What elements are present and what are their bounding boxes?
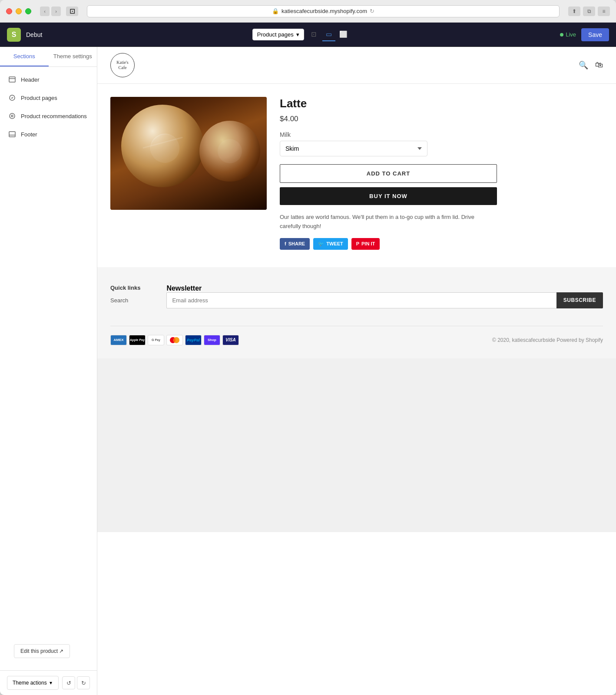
product-image-wrap [110,97,267,250]
lock-icon: 🔒 [272,8,279,14]
tab-theme-settings[interactable]: Theme settings [49,47,97,66]
url-text: katiescafecurbside.myshopify.com [282,8,367,14]
empty-space [97,358,616,532]
edit-product-button[interactable]: Edit this product ↗ [14,644,70,658]
product-title: Latte [280,97,603,110]
sidebar-footer: Theme actions ▾ ↺ ↻ [0,670,97,695]
undo-icon: ↺ [66,680,71,686]
close-button[interactable] [6,8,12,14]
svg-point-3 [10,113,15,119]
preview-frame: Katie's Cafe 🔍 🛍 [97,47,616,695]
product-option-label: Milk [280,131,603,138]
sidebar-tabs: Sections Theme settings [0,47,97,67]
theme-name: Debut [26,31,42,38]
tablet-view-icon[interactable]: ▭ [322,28,335,41]
social-buttons: f SHARE 🐦 TWEET P PIN IT [280,238,603,250]
pinterest-icon: P [356,241,359,246]
preview-area: Katie's Cafe 🔍 🛍 [97,47,616,695]
apple-pay-icon: Apple Pay [129,335,146,345]
app-layout: S Debut Product pages ▾ ⊡ ▭ ⬜ Live Save [0,23,616,695]
tab-sections[interactable]: Sections [0,47,49,66]
logo-text: Katie's Cafe [116,60,128,70]
product-image [110,97,267,210]
cart-icon[interactable]: 🛍 [595,60,603,70]
search-icon[interactable]: 🔍 [579,60,588,70]
svg-rect-5 [9,132,15,137]
page-selector-dropdown[interactable]: Product pages ▾ [252,29,304,40]
mobile-view-icon[interactable]: ⬜ [337,28,350,41]
store-header-icons: 🔍 🛍 [579,60,603,70]
app-topbar: S Debut Product pages ▾ ⊡ ▭ ⬜ Live Save [0,23,616,47]
sidebar-item-product-recommendations[interactable]: Product recommendations [0,107,97,125]
sidebar-toggle-button[interactable]: ≡ [598,7,610,16]
visa-icon: VISA [222,335,239,345]
footer-newsletter: Newsletter SUBSCRIBE [166,285,603,308]
sidebar-item-header[interactable]: Header [0,70,97,89]
svg-rect-0 [9,77,15,82]
amex-icon: AMEX [110,335,127,345]
live-badge: Live [560,31,576,38]
pinterest-share-button[interactable]: P PIN IT [351,238,380,250]
facebook-icon: f [285,241,286,246]
theme-actions-button[interactable]: Theme actions ▾ [7,676,59,690]
mastercard-icon [166,335,183,345]
facebook-share-button[interactable]: f SHARE [280,238,310,250]
address-bar[interactable]: 🔒 katiescafecurbside.myshopify.com ↻ [87,5,560,17]
sidebar-item-recommendations-label: Product recommendations [21,113,87,119]
store-footer: Quick links Search Newsletter SUBSCRIBE [97,267,616,358]
mac-window: ‹ › ⊡ 🔒 katiescafecurbside.myshopify.com… [0,0,616,695]
newsletter-email-input[interactable] [166,292,556,308]
live-dot [560,33,563,36]
chevron-down-icon: ▾ [296,31,299,38]
forward-button[interactable]: › [51,7,61,16]
minimize-button[interactable] [16,8,22,14]
svg-point-4 [11,115,13,117]
sidebar-item-footer[interactable]: Footer [0,125,97,143]
new-tab-button[interactable]: ⧉ [583,7,595,16]
product-pages-icon [8,93,17,102]
twitter-icon: 🐦 [318,241,324,247]
header-icon [8,75,17,84]
tab-overview-button[interactable]: ⊡ [66,7,78,16]
store-header: Katie's Cafe 🔍 🛍 [97,47,616,84]
payment-icons: AMEX Apple Pay G Pay [110,335,239,345]
save-button[interactable]: Save [581,28,609,41]
live-label: Live [566,31,576,38]
page-selector-label: Product pages [257,31,294,38]
topbar-center: Product pages ▾ ⊡ ▭ ⬜ [47,28,555,41]
sidebar-icon-buttons: ↺ ↻ [62,676,90,689]
footer-search-link[interactable]: Search [110,297,140,304]
subscribe-button[interactable]: SUBSCRIBE [556,292,603,308]
google-pay-icon: G Pay [148,335,164,345]
chevron-down-icon: ▾ [50,680,52,686]
view-icons: ⊡ ▭ ⬜ [308,28,350,41]
twitter-share-button[interactable]: 🐦 TWEET [313,238,348,250]
product-description: Our lattes are world famous. We'll put t… [280,213,497,231]
buy-now-button[interactable]: BUY IT NOW [280,187,497,205]
product-milk-select[interactable]: Skim Whole Oat Almond [280,141,427,156]
undo-button[interactable]: ↺ [62,676,75,689]
redo-icon: ↻ [81,680,86,686]
newsletter-input-row: SUBSCRIBE [166,292,603,308]
mac-titlebar: ‹ › ⊡ 🔒 katiescafecurbside.myshopify.com… [0,0,616,23]
footer-icon [8,130,17,139]
sidebar-item-header-label: Header [21,76,40,83]
sidebar-items-list: Header Product pages [0,67,97,644]
footer-quick-links: Quick links Search [110,285,140,308]
recommendations-icon [8,112,17,120]
redo-button[interactable]: ↻ [77,676,90,689]
desktop-view-icon[interactable]: ⊡ [308,28,321,41]
quick-links-title: Quick links [110,285,140,291]
share-button[interactable]: ⬆ [568,7,580,16]
refresh-icon: ↻ [370,8,374,14]
maximize-button[interactable] [25,8,31,14]
topbar-right: Live Save [560,28,609,41]
sidebar-item-footer-label: Footer [21,131,37,138]
add-to-cart-button[interactable]: ADD TO CART [280,164,497,183]
footer-bottom: AMEX Apple Pay G Pay [110,326,603,345]
back-button[interactable]: ‹ [40,7,50,16]
sidebar-item-product-pages[interactable]: Product pages [0,89,97,107]
main-area: Sections Theme settings [0,47,616,695]
paypal-icon: PayPal [185,335,202,345]
theme-actions-label: Theme actions [13,680,47,686]
